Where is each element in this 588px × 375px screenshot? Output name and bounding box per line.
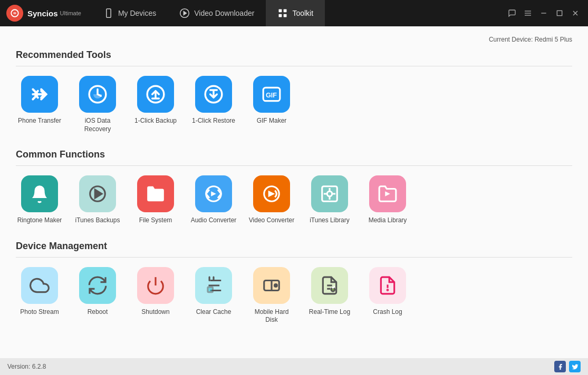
svg-rect-8 <box>284 14 287 17</box>
common-section-title: Common Functions <box>16 149 572 160</box>
audio-converter-label: Audio Converter <box>191 216 237 225</box>
tool-reboot[interactable]: Reboot <box>74 267 121 324</box>
tool-ios-data-recovery[interactable]: iOS Data Recovery <box>74 76 121 133</box>
ios-recovery-icon <box>79 76 116 113</box>
nav-toolkit[interactable]: Toolkit <box>266 0 325 26</box>
app-edition: Ultimate <box>60 10 81 16</box>
ringtone-icon <box>21 175 58 212</box>
itunes-backups-icon <box>79 175 116 212</box>
play-circle-icon <box>179 8 190 18</box>
svg-rect-25 <box>208 287 213 292</box>
svg-rect-7 <box>279 14 282 17</box>
phone-icon <box>103 8 114 18</box>
device-section-title: Device Management <box>16 241 572 252</box>
app-logo <box>6 5 23 22</box>
mobile-hard-disk-label: Mobile Hard Disk <box>248 308 295 324</box>
svg-rect-5 <box>279 9 282 13</box>
tool-crash-log[interactable]: Crash Log <box>364 267 411 324</box>
nav-video-downloader[interactable]: Video Downloader <box>168 0 266 26</box>
device-tools-grid: Photo Stream Reboot Shutdown Clear Cache <box>16 267 572 324</box>
recommended-tools-grid: Phone Transfer iOS Data Recovery 1-Click… <box>16 76 572 133</box>
svg-marker-4 <box>184 12 187 15</box>
current-device-label: Current Device: Redmi 5 Plus <box>16 36 572 43</box>
tool-video-converter[interactable]: Video Converter <box>248 175 295 225</box>
shutdown-label: Shutdown <box>141 308 169 317</box>
recommended-section-title: Recommended Tools <box>16 50 572 61</box>
tool-1click-restore[interactable]: 1-Click Restore <box>190 76 237 133</box>
restore-button[interactable] <box>553 7 566 19</box>
recommended-divider <box>16 66 572 66</box>
tool-ringtone-maker[interactable]: Ringtone Maker <box>16 175 63 225</box>
grid-icon <box>277 8 288 18</box>
tool-itunes-backups[interactable]: iTunes Backups <box>74 175 121 225</box>
svg-rect-6 <box>284 9 287 13</box>
gif-maker-label: GIF Maker <box>257 117 287 125</box>
twitter-button[interactable] <box>569 361 581 372</box>
ringtone-maker-label: Ringtone Maker <box>17 216 62 225</box>
audio-converter-icon <box>195 175 232 212</box>
main-nav: My Devices Video Downloader Toolkit <box>92 0 506 26</box>
tool-photo-stream[interactable]: Photo Stream <box>16 267 63 324</box>
tool-itunes-library[interactable]: iTunes Library <box>306 175 353 225</box>
nav-toolkit-label: Toolkit <box>292 9 313 17</box>
menu-button[interactable] <box>522 7 534 19</box>
tool-1click-backup[interactable]: 1-Click Backup <box>132 76 179 133</box>
version-label: Version: 6.2.8 <box>7 363 46 370</box>
tool-clear-cache[interactable]: Clear Cache <box>190 267 237 324</box>
tool-shutdown[interactable]: Shutdown <box>132 267 179 324</box>
footer: Version: 6.2.8 <box>0 358 588 375</box>
shutdown-icon <box>137 267 174 304</box>
svg-point-33 <box>387 290 388 291</box>
video-converter-icon <box>253 175 290 212</box>
svg-rect-13 <box>557 11 562 15</box>
facebook-button[interactable] <box>554 361 566 372</box>
nav-video-downloader-label: Video Downloader <box>194 9 254 17</box>
nav-my-devices[interactable]: My Devices <box>92 0 168 26</box>
tool-real-time-log[interactable]: Real-Time Log <box>306 267 353 324</box>
minimize-button[interactable] <box>537 7 550 19</box>
backup-icon <box>137 76 174 113</box>
social-links <box>554 361 581 372</box>
close-button[interactable] <box>569 7 582 19</box>
media-library-icon <box>369 175 406 212</box>
crash-log-icon <box>369 267 406 304</box>
file-system-icon <box>137 175 174 212</box>
itunes-backups-label: iTunes Backups <box>75 216 120 225</box>
real-time-log-icon <box>311 267 348 304</box>
svg-point-28 <box>275 284 277 287</box>
itunes-library-icon <box>311 175 348 212</box>
restore-label: 1-Click Restore <box>192 117 235 125</box>
tool-gif-maker[interactable]: GIF GIF Maker <box>248 76 295 133</box>
window-controls <box>506 7 582 19</box>
nav-my-devices-label: My Devices <box>118 9 156 17</box>
app-name: Syncios <box>27 9 58 18</box>
crash-log-label: Crash Log <box>373 308 402 317</box>
real-time-log-label: Real-Time Log <box>309 308 350 317</box>
svg-marker-23 <box>385 191 390 196</box>
restore-icon <box>195 76 232 113</box>
svg-text:GIF: GIF <box>266 92 277 99</box>
reboot-label: Reboot <box>88 308 108 317</box>
tool-phone-transfer[interactable]: Phone Transfer <box>16 76 63 133</box>
gif-icon: GIF <box>253 76 290 113</box>
hdd-icon <box>253 267 290 304</box>
backup-label: 1-Click Backup <box>134 117 177 125</box>
common-tools-grid: Ringtone Maker iTunes Backups File Syste… <box>16 175 572 225</box>
clear-cache-label: Clear Cache <box>196 308 232 317</box>
tool-mobile-hard-disk[interactable]: Mobile Hard Disk <box>248 267 295 324</box>
tool-file-system[interactable]: File System <box>132 175 179 225</box>
chat-button[interactable] <box>506 7 518 19</box>
itunes-library-label: iTunes Library <box>310 216 350 225</box>
svg-rect-1 <box>107 9 111 18</box>
tool-media-library[interactable]: Media Library <box>364 175 411 225</box>
titlebar: Syncios Ultimate My Devices Video Downlo… <box>0 0 588 26</box>
video-converter-label: Video Converter <box>249 216 295 225</box>
clear-cache-icon <box>195 267 232 304</box>
photo-stream-label: Photo Stream <box>20 308 59 317</box>
file-system-label: File System <box>139 216 172 225</box>
media-library-label: Media Library <box>369 216 407 225</box>
tool-audio-converter[interactable]: Audio Converter <box>190 175 237 225</box>
main-content: Current Device: Redmi 5 Plus Recommended… <box>0 26 588 358</box>
photo-stream-icon <box>21 267 58 304</box>
phone-transfer-label: Phone Transfer <box>18 117 61 125</box>
